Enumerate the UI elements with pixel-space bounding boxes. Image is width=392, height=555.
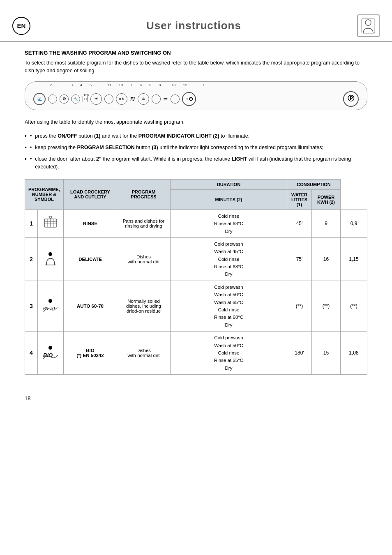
prog-minutes-4: 180': [287, 332, 312, 375]
th-minutes: MINUTES (2): [171, 189, 287, 210]
prog-progress-1: Cold rinseRinse at 68°CDry: [171, 210, 287, 237]
prog-minutes-3: (**): [287, 281, 312, 331]
prog-power-3: (**): [341, 281, 367, 331]
prog-icon-2: [37, 237, 63, 281]
prog-minutes-2: 75': [287, 237, 312, 281]
svg-point-0: [365, 20, 371, 25]
prog-name-2: DELICATE: [64, 237, 117, 281]
th-water: WATER LITRES (1): [287, 189, 312, 210]
header-left: EN: [12, 17, 30, 35]
th-programme: PROGRAMME, NUMBER & SYMBOL: [25, 179, 64, 210]
th-consumption: CONSUMPTION: [287, 179, 341, 189]
prog-number-4: 4: [25, 332, 38, 375]
intro-text: To select the most suitable program for …: [25, 59, 367, 75]
prog-icon-1: [37, 210, 63, 237]
prog-minutes-1: 45': [287, 210, 312, 237]
prog-water-1: 9: [312, 210, 341, 237]
instruction-item-2: • keep pressing the PROGRAM SELECTION bu…: [25, 144, 367, 152]
header: EN User instructions: [0, 8, 392, 41]
prog-load-2: Disheswith normal dirt: [117, 237, 171, 281]
page: EN User instructions SETTING THE WASHING…: [0, 0, 392, 555]
prog-icon-3: 60-70: [37, 281, 63, 331]
prog-name-4: BIO(*) EN 50242: [64, 332, 117, 375]
instruction-item-3: • close the door; after about 2" the pro…: [25, 155, 367, 171]
prog-name-1: RINSE: [64, 210, 117, 237]
instruction-list: • press the ON/OFF button (1) and wait f…: [25, 132, 367, 171]
control-panel-diagram: 2 3 4 5 11 10 7 6 9 8 13 12 1 🌊 ⚙ 🔧: [25, 81, 367, 110]
prog-load-4: Disheswith normal dirt: [117, 332, 171, 375]
th-program-progress: PROGRAM PROGRESS: [117, 179, 171, 210]
th-load-crockery: LOAD CROCKERY AND CUTLERY: [64, 179, 117, 210]
prog-power-1: 0,9: [341, 210, 367, 237]
program-table: PROGRAMME, NUMBER & SYMBOL LOAD CROCKERY…: [25, 179, 367, 375]
svg-point-8: [49, 216, 52, 219]
prog-number-3: 3: [25, 281, 38, 331]
prog-number-2: 2: [25, 237, 38, 281]
content: SETTING THE WASHING PROGRAM AND SWITCHIN…: [0, 50, 392, 387]
table-row: 2 DELICATE Disheswith normal dirt Cold p…: [25, 237, 367, 281]
prog-water-4: 15: [312, 332, 341, 375]
th-duration: DURATION: [171, 179, 287, 189]
th-power: POWER KWh (2): [312, 189, 341, 210]
table-row: 1 RINSE Pans and dishes for: [25, 210, 367, 237]
prog-load-1: Pans and dishes for rinsing and drying: [117, 210, 171, 237]
instruction-item-1: • press the ON/OFF button (1) and wait f…: [25, 132, 367, 140]
prog-power-4: 1,08: [341, 332, 367, 375]
prog-load-3: Normally soileddishes, includingdried-on…: [117, 281, 171, 331]
page-number: 18: [0, 387, 392, 401]
prog-number-1: 1: [25, 210, 38, 237]
section-title: SETTING THE WASHING PROGRAM AND SWITCHIN…: [25, 50, 367, 56]
prog-progress-3: Cold prewashWash at 50°CWash at 65°CCold…: [171, 281, 287, 331]
table-row: 3 60-70 AUTO 60-70 Normally soileddishes…: [25, 281, 367, 331]
prog-water-3: (**): [312, 281, 341, 331]
prog-progress-4: Cold prewashWash at 50°CCold rinseRinse …: [171, 332, 287, 375]
prog-name-3: AUTO 60-70: [64, 281, 117, 331]
page-title: User instructions: [146, 19, 241, 32]
prog-icon-4: BIO: [37, 332, 63, 375]
prog-power-2: 1,15: [341, 237, 367, 281]
prog-progress-2: Cold prewashWash at 45°CCold rinseRinse …: [171, 237, 287, 281]
after-table-text: After using the table to identify the mo…: [25, 118, 367, 126]
language-badge: EN: [12, 17, 30, 35]
table-row: 4 BIO BIO(*) EN 50242 Disheswith normal …: [25, 332, 367, 375]
brand-icon: [357, 14, 380, 37]
prog-water-2: 16: [312, 237, 341, 281]
